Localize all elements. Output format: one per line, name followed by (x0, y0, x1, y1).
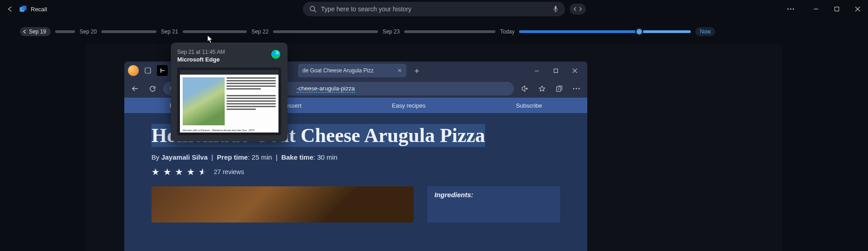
minimize-button[interactable] (806, 0, 826, 18)
nav-easy-recipes[interactable]: Easy recipes (392, 102, 425, 109)
timeline-bar[interactable] (404, 30, 495, 33)
url-text: -cheese-arugula-pizza (297, 85, 355, 93)
preview-app-name: Microsoft Edge (177, 56, 281, 63)
star-icon: ★ (163, 166, 171, 177)
timeline-bar[interactable] (101, 30, 156, 33)
timeline-day-sep-19[interactable]: Sep 19 (20, 27, 51, 36)
window-controls (780, 0, 868, 18)
edge-minimize-button[interactable] (528, 62, 546, 80)
timeline-scrubber[interactable] (635, 28, 643, 36)
svg-point-25 (579, 88, 580, 90)
cursor-icon (207, 35, 213, 44)
svg-point-7 (793, 9, 794, 10)
ingredients-heading: Ingredients: (434, 191, 553, 199)
star-icon: ★ (187, 166, 195, 177)
edge-logo-icon (270, 49, 281, 60)
timeline-day-sep-22[interactable]: Sep 22 (251, 28, 269, 35)
nav-subscribe[interactable]: Subscribe (516, 102, 542, 109)
star-icon: ★ (175, 166, 183, 177)
timeline-day-sep-21[interactable]: Sep 21 (161, 28, 178, 35)
svg-point-19 (526, 88, 528, 90)
svg-rect-1 (22, 6, 27, 11)
nav-back-button[interactable] (129, 82, 142, 95)
svg-rect-9 (835, 7, 839, 11)
rating-row: ★ ★ ★ ★ ★★ 27 reviews (151, 166, 560, 177)
thumbnail-caption: Woman with a Parasol - Madame Monet and … (180, 128, 278, 133)
edge-close-button[interactable] (566, 62, 584, 80)
svg-point-23 (573, 88, 575, 90)
tab-title: de Goat Cheese Arugula Pizz (302, 67, 373, 74)
search-bar[interactable] (303, 2, 565, 16)
svg-point-6 (790, 9, 792, 10)
search-input[interactable] (321, 5, 549, 13)
close-button[interactable] (847, 0, 868, 18)
back-button[interactable] (4, 3, 16, 15)
recipe-image (151, 186, 414, 223)
timeline[interactable]: Sep 19 Sep 20 Sep 21 Sep 22 Sep 23 Today… (0, 18, 868, 36)
chevron-left-icon (23, 29, 27, 34)
recall-app-icon (19, 5, 27, 13)
svg-line-3 (314, 10, 316, 12)
star-half-icon: ★★ (198, 166, 208, 177)
timeline-now-button[interactable]: Now (695, 27, 715, 36)
ingredients-panel: Ingredients: (427, 186, 560, 223)
star-icon: ★ (151, 166, 160, 177)
favorites-icon[interactable] (536, 82, 548, 95)
edge-menu-button[interactable] (570, 82, 583, 95)
app-title: Recall (31, 6, 47, 13)
maximize-button[interactable] (826, 0, 847, 18)
svg-point-24 (576, 88, 577, 90)
profile-avatar[interactable] (128, 65, 139, 76)
refresh-button[interactable] (146, 82, 159, 95)
timeline-day-sep-23[interactable]: Sep 23 (382, 28, 400, 35)
timeline-bar[interactable] (55, 30, 75, 33)
timeline-today-label[interactable]: Today (500, 28, 514, 35)
timeline-preview-card[interactable]: Sep 21 at 11:45 AM Microsoft Edge Woman … (171, 43, 288, 142)
snap-layouts-button[interactable] (570, 4, 586, 14)
timeline-day-sep-20[interactable]: Sep 20 (80, 28, 97, 35)
mic-icon[interactable] (552, 5, 559, 13)
svg-rect-4 (555, 6, 557, 9)
titlebar: Recall (0, 0, 868, 18)
search-icon (309, 5, 316, 13)
svg-rect-12 (145, 68, 151, 73)
preview-timestamp: Sep 21 at 11:45 AM (177, 49, 281, 55)
timeline-bar[interactable] (273, 30, 378, 33)
recipe-meta: By Jayamali Silva | Prep time: 25 min | … (151, 153, 560, 161)
preview-thumbnail: Woman with a Parasol - Madame Monet and … (177, 67, 281, 135)
review-count: 27 reviews (214, 168, 244, 175)
more-button[interactable] (780, 0, 801, 18)
tab-actions-icon[interactable] (142, 65, 153, 76)
timeline-bar[interactable] (183, 30, 247, 33)
new-tab-button[interactable]: ＋ (410, 65, 424, 76)
vertical-tabs-icon[interactable] (157, 65, 168, 76)
svg-point-2 (310, 6, 315, 11)
svg-rect-14 (554, 69, 557, 72)
edge-maximize-button[interactable] (547, 62, 565, 80)
svg-point-5 (788, 9, 789, 10)
thumbnail-image (183, 77, 225, 125)
collections-icon[interactable] (553, 82, 566, 95)
tab-close-icon[interactable]: ✕ (397, 67, 402, 74)
browser-tab[interactable]: de Goat Cheese Arugula Pizz ✕ (298, 64, 406, 77)
read-aloud-icon[interactable] (519, 82, 531, 95)
timeline-today-bar[interactable] (519, 30, 691, 33)
